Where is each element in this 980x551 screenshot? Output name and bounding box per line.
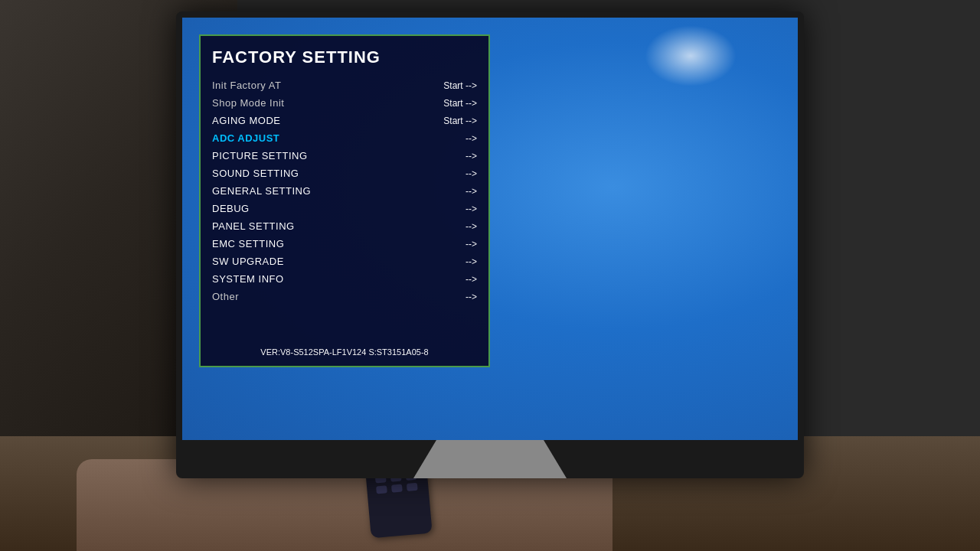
tv-screen: FACTORY SETTING Init Factory ATStart -->… <box>182 18 798 440</box>
menu-item-4[interactable]: PICTURE SETTING--> <box>212 147 477 165</box>
menu-item-label-3: ADC ADJUST <box>212 132 279 144</box>
menu-title: FACTORY SETTING <box>212 47 477 67</box>
menu-item-label-7: DEBUG <box>212 203 250 214</box>
version-info: VER:V8-S512SPA-LF1V124 S:ST3151A05-8 <box>201 347 488 357</box>
menu-item-label-6: GENERAL SETTING <box>212 185 311 197</box>
menu-item-12[interactable]: Other--> <box>212 288 477 305</box>
menu-item-arrow-3: --> <box>431 133 477 144</box>
menu-item-arrow-11: --> <box>431 274 477 285</box>
remote-btn-dark5 <box>391 484 403 493</box>
menu-item-arrow-7: --> <box>431 204 477 214</box>
menu-item-arrow-8: --> <box>431 221 477 232</box>
menu-item-arrow-2: Start --> <box>431 116 477 126</box>
tv-frame: FACTORY SETTING Init Factory ATStart -->… <box>176 11 804 478</box>
menu-item-label-1: Shop Mode Init <box>212 97 284 109</box>
menu-item-11[interactable]: SYSTEM INFO--> <box>212 270 477 288</box>
menu-item-arrow-6: --> <box>431 186 477 197</box>
screen-glare <box>645 25 737 86</box>
menu-item-9[interactable]: EMC SETTING--> <box>212 235 477 253</box>
menu-item-1[interactable]: Shop Mode InitStart --> <box>212 94 477 112</box>
menu-item-arrow-10: --> <box>431 256 477 267</box>
menu-item-label-12: Other <box>212 291 239 302</box>
menu-item-10[interactable]: SW UPGRADE--> <box>212 253 477 270</box>
tv-scene: FACTORY SETTING Init Factory ATStart -->… <box>0 0 980 551</box>
menu-item-arrow-1: Start --> <box>431 98 477 109</box>
menu-item-label-0: Init Factory AT <box>212 80 281 91</box>
menu-item-7[interactable]: DEBUG--> <box>212 200 477 217</box>
menu-item-label-10: SW UPGRADE <box>212 256 284 267</box>
menu-item-3[interactable]: ADC ADJUST--> <box>212 129 477 147</box>
remote-btn-dark6 <box>407 483 418 491</box>
menu-items-list: Init Factory ATStart -->Shop Mode InitSt… <box>212 77 477 305</box>
menu-item-5[interactable]: SOUND SETTING--> <box>212 165 477 182</box>
menu-item-arrow-9: --> <box>431 239 477 249</box>
menu-item-label-5: SOUND SETTING <box>212 168 299 179</box>
menu-item-label-4: PICTURE SETTING <box>212 150 308 161</box>
menu-item-0[interactable]: Init Factory ATStart --> <box>212 77 477 94</box>
remote-btn-dark4 <box>376 485 387 494</box>
menu-item-label-8: PANEL SETTING <box>212 220 295 232</box>
tv-stand <box>413 440 567 478</box>
menu-item-6[interactable]: GENERAL SETTING--> <box>212 182 477 200</box>
screen-background: FACTORY SETTING Init Factory ATStart -->… <box>182 18 798 440</box>
menu-item-arrow-4: --> <box>431 151 477 161</box>
menu-item-8[interactable]: PANEL SETTING--> <box>212 217 477 235</box>
menu-item-arrow-0: Start --> <box>431 80 477 91</box>
menu-item-label-9: EMC SETTING <box>212 238 284 249</box>
menu-item-2[interactable]: AGING MODEStart --> <box>212 112 477 129</box>
menu-item-label-2: AGING MODE <box>212 115 281 126</box>
factory-menu: FACTORY SETTING Init Factory ATStart -->… <box>199 34 490 367</box>
menu-item-arrow-5: --> <box>431 168 477 179</box>
menu-item-label-11: SYSTEM INFO <box>212 273 284 285</box>
menu-item-arrow-12: --> <box>431 292 477 302</box>
